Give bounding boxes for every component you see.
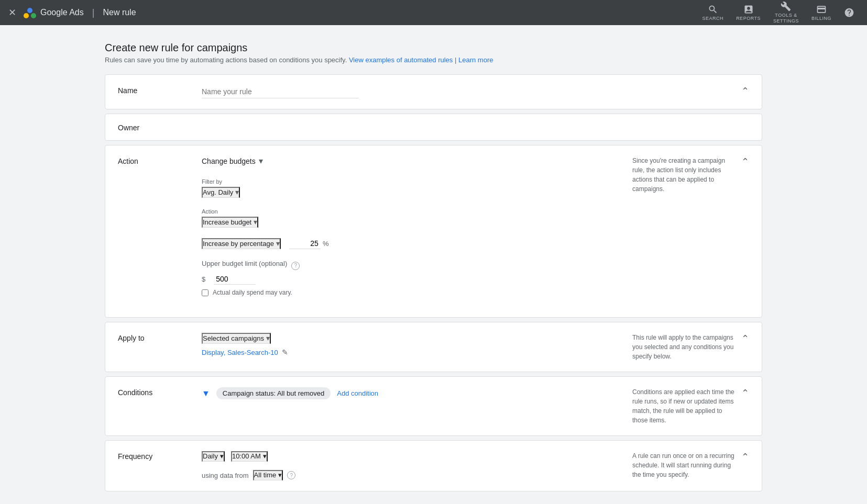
page-heading: Create new rule for campaigns — [105, 42, 762, 54]
top-navigation: ✕ Google Ads | New rule SEARCH REPORTS T… — [0, 0, 867, 25]
action-chevron-icon[interactable]: ⌃ — [741, 156, 749, 167]
svg-point-2 — [27, 8, 32, 13]
learn-more-link[interactable]: Learn more — [458, 56, 493, 64]
conditions-chevron-icon[interactable]: ⌃ — [741, 387, 749, 399]
svg-point-1 — [31, 13, 36, 18]
increase-by-percentage-dropdown[interactable]: Increase by percentage ▾ — [202, 238, 281, 249]
name-label: Name — [118, 85, 202, 95]
daily-arrow-icon: ▾ — [220, 452, 224, 460]
increase-budget-arrow-icon: ▾ — [254, 218, 257, 226]
selected-campaigns-dropdown[interactable]: Selected campaigns ▾ — [202, 333, 271, 344]
budget-limit-group: Upper budget limit (optional) ? $ Actual… — [202, 260, 620, 296]
action-aside: Since you're creating a campaign rule, t… — [620, 156, 735, 194]
frequency-info-icon[interactable]: ? — [287, 471, 295, 479]
tools-nav-button[interactable]: TOOLS &SETTINGS — [769, 0, 803, 26]
owner-section: Owner — [105, 114, 762, 141]
change-budgets-dropdown[interactable]: Change budgets ▾ — [202, 156, 263, 166]
frequency-label: Frequency — [118, 451, 202, 461]
help-nav-button[interactable] — [840, 5, 859, 20]
view-examples-link[interactable]: View examples of automated rules — [349, 56, 453, 64]
google-ads-logo: Google Ads — [23, 5, 84, 20]
actual-spend-checkbox[interactable] — [202, 289, 208, 296]
search-nav-button[interactable]: SEARCH — [698, 2, 728, 23]
percent-input-wrap: % — [289, 238, 329, 249]
page-content: Create new rule for campaigns Rules can … — [0, 25, 867, 504]
all-time-arrow-icon: ▾ — [278, 471, 282, 479]
name-chevron-icon[interactable]: ⌃ — [741, 85, 749, 97]
change-budgets-arrow-icon: ▾ — [259, 156, 263, 166]
daily-dropdown[interactable]: Daily ▾ — [202, 451, 225, 462]
add-condition-button[interactable]: Add condition — [337, 389, 378, 397]
reports-nav-button[interactable]: REPORTS — [732, 2, 765, 23]
frequency-chevron-icon[interactable]: ⌃ — [741, 451, 749, 463]
svg-point-0 — [24, 13, 29, 18]
name-content — [202, 85, 735, 98]
percentage-input[interactable] — [289, 238, 321, 249]
page-description: Rules can save you time by automating ac… — [105, 56, 762, 64]
filter-funnel-icon: ▼ — [202, 389, 210, 398]
apply-to-label: Apply to — [118, 333, 202, 342]
owner-label: Owner — [118, 122, 202, 132]
action-section: Action Change budgets ▾ Filter by Avg. D… — [105, 145, 762, 318]
action-sub-group: Action Increase budget ▾ — [202, 208, 620, 228]
time-dropdown[interactable]: 10:00 AM ▾ — [231, 451, 268, 462]
rule-name-input[interactable] — [202, 85, 359, 98]
brand-name: Google Ads — [40, 8, 84, 17]
percent-unit: % — [323, 240, 329, 248]
logo-icon — [23, 5, 37, 20]
using-data-row: using data from All time ▾ ? — [202, 470, 620, 480]
frequency-section: Frequency Daily ▾ 10:00 AM ▾ using data … — [105, 440, 762, 491]
conditions-section: Conditions ▼ Campaign status: All but re… — [105, 376, 762, 436]
frequency-aside: A rule can run once or on a recurring sc… — [620, 451, 735, 479]
conditions-label: Conditions — [118, 387, 202, 397]
actual-spend-row: Actual daily spend may vary. — [202, 289, 620, 296]
budget-limit-input[interactable] — [214, 274, 256, 285]
all-time-dropdown[interactable]: All time ▾ — [253, 470, 283, 480]
filter-by-dropdown[interactable]: Avg. Daily ▾ — [202, 187, 240, 198]
selected-campaigns-arrow-icon: ▾ — [266, 334, 270, 342]
close-button[interactable]: ✕ — [8, 7, 16, 18]
nav-divider: | — [92, 7, 95, 18]
campaign-link-row: Display, Sales-Search-10 ✎ — [202, 348, 620, 356]
apply-to-aside: This rule will apply to the campaigns yo… — [620, 333, 735, 361]
conditions-aside: Conditions are applied each time the rul… — [620, 387, 735, 425]
campaign-link[interactable]: Display, Sales-Search-10 — [202, 349, 278, 356]
filter-by-arrow-icon: ▾ — [235, 188, 239, 196]
apply-to-chevron-icon[interactable]: ⌃ — [741, 333, 749, 344]
page-header: Create new rule for campaigns Rules can … — [105, 42, 762, 64]
frequency-content: Daily ▾ 10:00 AM ▾ using data from All t… — [202, 451, 620, 480]
page-title: New rule — [103, 8, 136, 17]
billing-nav-button[interactable]: BILLING — [807, 2, 836, 23]
apply-to-section: Apply to Selected campaigns ▾ Display, S… — [105, 322, 762, 372]
increase-budget-dropdown[interactable]: Increase budget ▾ — [202, 217, 258, 228]
conditions-row: ▼ Campaign status: All but removed Add c… — [202, 387, 620, 399]
edit-campaigns-icon[interactable]: ✎ — [282, 348, 288, 356]
filter-by-group: Filter by Avg. Daily ▾ — [202, 178, 620, 198]
name-section: Name ⌃ — [105, 74, 762, 109]
increase-percentage-arrow-icon: ▾ — [276, 239, 280, 248]
budget-limit-info-icon[interactable]: ? — [291, 262, 300, 270]
apply-to-content: Selected campaigns ▾ Display, Sales-Sear… — [202, 333, 620, 356]
action-content: Change budgets ▾ Filter by Avg. Daily ▾ — [202, 156, 620, 307]
time-arrow-icon: ▾ — [263, 452, 267, 460]
action-label: Action — [118, 156, 202, 165]
increase-percentage-group: Increase by percentage ▾ % — [202, 238, 620, 249]
campaign-status-chip: Campaign status: All but removed — [216, 387, 331, 399]
frequency-dropdowns-row: Daily ▾ 10:00 AM ▾ — [202, 451, 620, 462]
conditions-content: ▼ Campaign status: All but removed Add c… — [202, 387, 620, 399]
